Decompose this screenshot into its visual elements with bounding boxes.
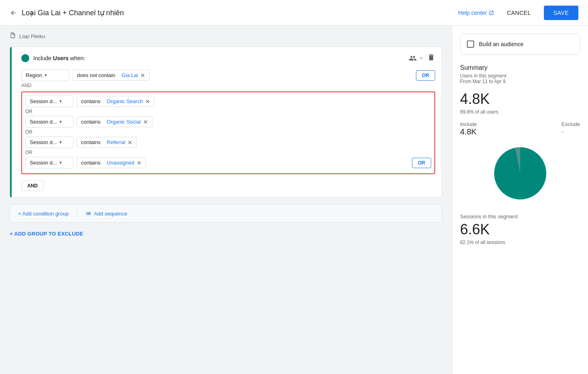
save-button[interactable]: SAVE [544,6,578,20]
condition-row-organic-search: Session d... ▼ contains Organic Search ✕ [25,96,431,107]
build-audience-card[interactable]: Build an audience [460,34,580,55]
or-button-unassigned[interactable]: OR [412,158,431,168]
include-label: Include [460,121,477,127]
left-content: Loại Pleiku Include Users when: [0,26,452,374]
and-button[interactable]: AND [21,181,44,191]
or-connector-3: OR [25,150,431,155]
segment-header: Include Users when: [16,53,435,63]
segment-card-inner: Include Users when: [10,47,442,197]
condition-chip-referral: contains Referral ✕ [77,137,137,148]
include-section: Include 4.8K [460,121,477,136]
include-count: 4.8K [460,127,477,136]
add-actions-bar: + Add condition group Add sequence [10,204,442,223]
segment-header-actions [409,53,435,63]
sessions-pct: 82.1% of all sessions [460,240,580,245]
condition-row-unassigned: Session d... ▼ contains Unassigned ✕ OR [25,157,431,169]
exclude-label: Exclude [562,121,580,127]
or-button-region[interactable]: OR [416,70,435,81]
summary-date-range: Users in this segment From Mar 11 to Apr… [460,73,580,84]
condition-row-organic-social: Session d... ▼ contains Organic Social ✕ [25,116,431,128]
segment-card: Include Users when: [10,47,442,198]
condition-group-highlighted: Session d... ▼ contains Organic Search ✕… [21,91,435,174]
sessions-label: Sessions in this segment [460,213,580,220]
teal-bar [10,47,12,197]
pie-chart [488,141,552,205]
users-pct: 89.8% of all users [460,109,580,115]
summary-section: Summary Users in this segment From Mar 1… [460,64,580,245]
delete-button[interactable] [427,53,435,63]
chip-close-icon[interactable]: ✕ [128,140,132,145]
condition-row-referral: Session d... ▼ contains Referral ✕ [25,136,431,148]
dimension-dropdown-region[interactable]: Region ▼ [21,69,69,81]
back-button[interactable] [10,9,17,16]
chevron-down-icon: ▼ [59,140,63,144]
chevron-down-icon: ▼ [59,99,63,104]
or-connector-1: OR [25,109,431,114]
main-layout: Loại Pleiku Include Users when: [0,26,588,374]
condition-row-region: Region ▼ does not contain Gia Lai ✕ OR [21,69,435,81]
chip-close-icon[interactable]: ✕ [137,160,142,166]
chip-close-icon[interactable]: ✕ [145,99,150,104]
teal-dot [21,54,29,62]
users-count: 4.8K [460,91,580,108]
breadcrumb: Loại Pleiku [10,32,442,40]
chip-close-icon[interactable]: ✕ [140,73,145,78]
or-connector-2: OR [25,129,431,135]
and-connector: AND [21,83,435,88]
help-center-label: Help center [458,10,487,16]
dimension-dropdown-session-3[interactable]: Session d... ▼ [25,136,73,148]
dimension-dropdown-session-4[interactable]: Session d... ▼ [25,157,73,169]
header-actions: Help center CANCEL SAVE [458,6,578,20]
build-audience-checkbox[interactable] [467,41,474,48]
help-center-link[interactable]: Help center [458,10,494,16]
document-icon [10,32,16,40]
breadcrumb-label: Loại Pleiku [19,33,45,39]
add-group-to-exclude-button[interactable]: + ADD GROUP TO EXCLUDE [10,231,83,237]
chip-close-icon[interactable]: ✕ [143,119,148,125]
segment-header-left: Include Users when: [21,54,85,62]
include-label: Include Users when: [33,55,85,61]
dimension-dropdown-session-2[interactable]: Session d... ▼ [25,116,73,128]
condition-chip-organic-social: contains Organic Social ✕ [77,116,152,127]
condition-chip-unassigned: contains Unassigned ✕ [77,157,146,168]
include-exclude-row: Include 4.8K Exclude - [460,121,580,136]
condition-chip-region: does not contain Gia Lai ✕ [73,70,150,81]
exclude-count: - [562,127,580,136]
page-title: Loại Gia Lai + Channel tự nhiên [22,8,453,17]
chart-container [460,141,580,205]
sessions-count: 6.6K [460,221,580,238]
conditions-container: Region ▼ does not contain Gia Lai ✕ OR A… [16,69,435,191]
right-panel: Build an audience Summary Users in this … [452,26,588,374]
build-audience-label: Build an audience [479,41,523,47]
exclude-section: Exclude - [562,121,580,136]
chevron-down-icon: ▼ [59,120,63,124]
condition-chip-organic-search: contains Organic Search ✕ [77,96,154,107]
add-condition-group-button[interactable]: + Add condition group [10,205,77,222]
header: Loại Gia Lai + Channel tự nhiên Help cen… [0,0,588,26]
summary-title: Summary [460,64,580,71]
chevron-down-icon: ▼ [59,161,63,165]
dimension-dropdown-session-1[interactable]: Session d... ▼ [25,96,73,107]
cancel-button[interactable]: CANCEL [501,6,537,19]
user-scope-button[interactable] [409,54,424,62]
chevron-down-icon: ▼ [44,73,48,77]
add-sequence-button[interactable]: Add sequence [77,205,135,222]
